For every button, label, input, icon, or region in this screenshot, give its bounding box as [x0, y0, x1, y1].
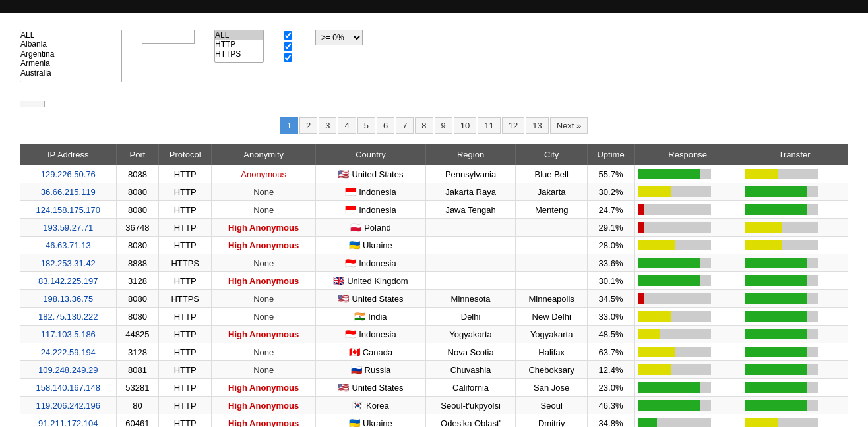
anon-none-checkbox[interactable]	[284, 31, 292, 40]
region-cell: Chuvashia	[425, 361, 516, 379]
response-cell	[635, 379, 741, 397]
transfer-cell	[741, 414, 848, 428]
col-header-anonymity: Anonymity	[212, 144, 316, 165]
protocol-select[interactable]: ALL HTTP HTTPS	[214, 30, 264, 63]
country-cell: 🇺🇦Ukraine	[316, 237, 425, 254]
col-header-protocol: Protocol	[159, 144, 212, 165]
anonymity-filter-group	[284, 26, 295, 62]
response-cell	[635, 219, 741, 237]
page-btn-3[interactable]: 3	[319, 117, 336, 134]
page-btn-10[interactable]: 10	[454, 117, 476, 134]
response-cell	[635, 308, 741, 326]
response-cell	[635, 290, 741, 308]
col-header-transfer: Transfer	[741, 144, 848, 165]
country-cell: 🇮🇳India	[316, 308, 425, 326]
anon-high-item	[284, 53, 295, 62]
protocol-cell: HTTP	[159, 237, 212, 254]
anonymity-checkboxes	[284, 31, 295, 62]
ip-link[interactable]: 91.211.172.104	[38, 418, 98, 428]
ip-link[interactable]: 36.66.215.119	[41, 187, 96, 197]
transfer-cell	[741, 361, 848, 379]
port-cell: 8080	[116, 201, 159, 219]
country-cell: 🇰🇷Korea	[316, 397, 425, 414]
page-btn-8[interactable]: 8	[415, 117, 433, 134]
anon-anonymous-item	[284, 42, 295, 51]
filter-section: ALL Albania Argentina Armenia Australia …	[20, 26, 848, 82]
ip-link[interactable]: 117.103.5.186	[41, 329, 96, 339]
ip-link[interactable]: 193.59.27.71	[43, 223, 93, 233]
page-btn-11[interactable]: 11	[478, 117, 500, 134]
page-btn-13[interactable]: 13	[526, 117, 548, 134]
page-btn-7[interactable]: 7	[396, 117, 414, 134]
uptime-cell: 34.8%	[587, 414, 634, 428]
ip-link[interactable]: 158.140.167.148	[36, 383, 100, 393]
protocol-cell: HTTP	[159, 343, 212, 361]
country-cell: 🇮🇩Indonesia	[316, 201, 425, 219]
header	[0, 0, 868, 13]
anon-anonymous-checkbox[interactable]	[284, 42, 292, 51]
table-row: 193.59.27.7136748HTTPHigh Anonymous🇵🇱Pol…	[20, 219, 848, 237]
country-select[interactable]: ALL Albania Argentina Armenia Australia	[20, 30, 122, 82]
page-btn-1[interactable]: 1	[280, 117, 298, 134]
protocol-cell: HTTP	[159, 272, 212, 290]
response-cell	[635, 254, 741, 272]
port-cell: 36748	[116, 219, 159, 237]
uptime-select[interactable]: >= 0% >= 10% >= 20% >= 50% >= 80%	[315, 30, 363, 45]
ip-link[interactable]: 24.222.59.194	[41, 347, 96, 357]
ip-link[interactable]: 83.142.225.197	[38, 276, 98, 286]
port-cell: 8888	[116, 254, 159, 272]
ip-link[interactable]: 182.75.130.222	[38, 312, 98, 322]
region-cell	[425, 272, 516, 290]
table-row: 36.66.215.1198080HTTPNone🇮🇩IndonesiaJaka…	[20, 183, 848, 201]
page-next-btn[interactable]: Next »	[550, 117, 588, 134]
ip-link[interactable]: 129.226.50.76	[41, 169, 96, 179]
table-row: 198.13.36.758080HTTPSNone🇺🇸United States…	[20, 290, 848, 308]
table-row: 124.158.175.1708080HTTPNone🇮🇩IndonesiaJa…	[20, 201, 848, 219]
country-filter-group: ALL Albania Argentina Armenia Australia	[20, 26, 122, 82]
search-button[interactable]	[20, 101, 45, 107]
ip-link[interactable]: 46.63.71.13	[46, 241, 91, 250]
page-btn-9[interactable]: 9	[435, 117, 452, 134]
region-cell: Jawa Tengah	[425, 201, 516, 219]
country-cell: 🇺🇸United States	[316, 165, 425, 183]
protocol-cell: HTTP	[159, 361, 212, 379]
city-cell: Blue Bell	[516, 165, 587, 183]
page-btn-5[interactable]: 5	[357, 117, 375, 134]
page-btn-6[interactable]: 6	[377, 117, 394, 134]
country-cell: 🇺🇸United States	[316, 290, 425, 308]
page-btn-4[interactable]: 4	[338, 117, 356, 134]
uptime-cell: 30.2%	[587, 183, 634, 201]
anonymity-cell: Anonymous	[212, 165, 316, 183]
country-cell: 🇨🇦Canada	[316, 343, 425, 361]
ip-link[interactable]: 109.248.249.29	[38, 365, 98, 375]
ip-link[interactable]: 119.206.242.196	[36, 401, 100, 411]
response-cell	[635, 361, 741, 379]
uptime-cell: 23.0%	[587, 379, 634, 397]
page-btn-12[interactable]: 12	[502, 117, 524, 134]
anon-high-checkbox[interactable]	[284, 53, 292, 62]
uptime-cell: 46.3%	[587, 397, 634, 414]
region-cell: Minnesota	[425, 290, 516, 308]
response-cell	[635, 201, 741, 219]
protocol-cell: HTTP	[159, 308, 212, 326]
uptime-cell: 63.7%	[587, 343, 634, 361]
table-row: 46.63.71.138080HTTPHigh Anonymous🇺🇦Ukrai…	[20, 237, 848, 254]
uptime-cell: 48.5%	[587, 326, 634, 343]
proxy-table: IP AddressPortProtocolAnonymityCountryRe…	[20, 144, 848, 427]
port-input[interactable]	[142, 30, 195, 44]
region-cell: Seoul-t'ukpyolsi	[425, 397, 516, 414]
anonymity-cell: High Anonymous	[212, 272, 316, 290]
port-cell: 8081	[116, 361, 159, 379]
ip-link[interactable]: 198.13.36.75	[43, 294, 93, 304]
col-header-city: City	[516, 144, 587, 165]
port-cell: 3128	[116, 272, 159, 290]
anonymity-cell: High Anonymous	[212, 379, 316, 397]
table-row: 182.75.130.2228080HTTPNone🇮🇳IndiaDelhiNe…	[20, 308, 848, 326]
ip-link[interactable]: 124.158.175.170	[36, 205, 100, 215]
anonymity-cell: High Anonymous	[212, 219, 316, 237]
page-btn-2[interactable]: 2	[299, 117, 317, 134]
uptime-cell: 30.1%	[587, 272, 634, 290]
ip-link[interactable]: 182.253.31.42	[41, 258, 96, 268]
col-header-response: Response	[635, 144, 741, 165]
transfer-cell	[741, 290, 848, 308]
